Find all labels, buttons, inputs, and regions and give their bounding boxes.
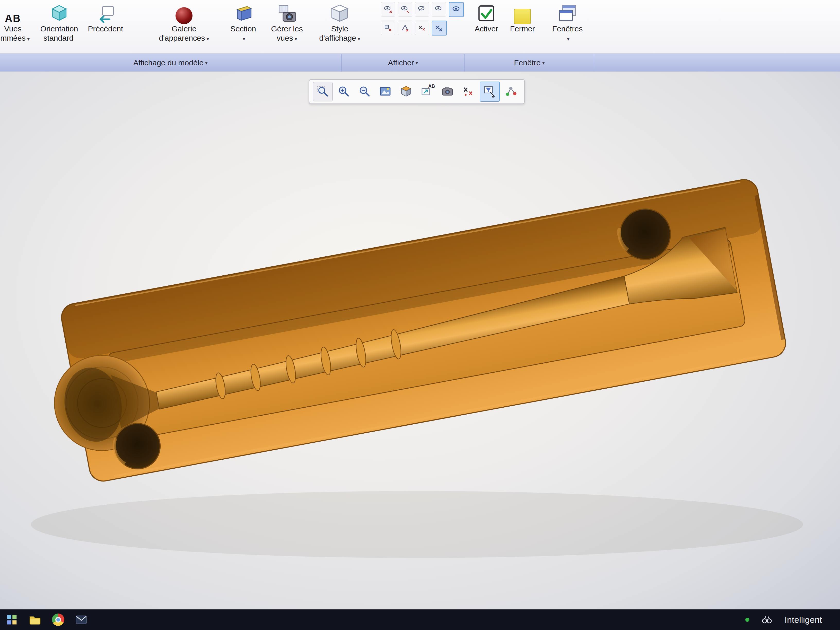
group-bar-filler (594, 54, 840, 72)
group-window[interactable]: Fenêtre ▾ (465, 54, 594, 72)
ribbon-button-label: Section (231, 24, 256, 33)
chevron-down-icon: ▾ (415, 60, 418, 66)
named-views-icon: AB (5, 0, 21, 24)
look-at-button[interactable]: AB (417, 82, 437, 101)
start-grid-icon[interactable] (5, 613, 19, 627)
appearance-sphere-icon (175, 0, 193, 24)
visibility-toggle-icon[interactable] (381, 2, 395, 16)
ribbon-button-label: Vues (4, 24, 21, 33)
group-show[interactable]: Afficher ▾ (341, 54, 465, 72)
constraint-toggle-icon[interactable] (381, 21, 395, 35)
visibility-toggle-icon[interactable] (415, 2, 429, 16)
viewport-3d[interactable]: AB (0, 71, 840, 609)
ribbon-button-label2: standard (44, 34, 74, 42)
ab-icon-text: AB (5, 13, 21, 24)
zoom-window-button[interactable] (313, 82, 333, 101)
ribbon-button-label2: d'affichage (319, 34, 356, 42)
ribbon-button-previous[interactable]: Précédent (85, 0, 126, 44)
cascade-windows-icon (557, 0, 578, 24)
ribbon-button-manage-views[interactable]: Gérer les vues▾ (265, 0, 309, 44)
chevron-down-icon: ▾ (243, 36, 245, 42)
chevron-down-icon: ▾ (207, 36, 209, 42)
ribbon-button-standard-orientation[interactable]: Orientation standard (36, 0, 82, 44)
ribbon-button-display-style[interactable]: Style d'affichage▾ (314, 0, 365, 44)
group-model-display[interactable]: Affichage du modèle ▾ (0, 54, 341, 72)
chevron-down-icon: ▾ (358, 36, 360, 42)
orbit-cube-button[interactable] (396, 82, 416, 101)
zoom-in-button[interactable] (334, 82, 353, 101)
folder-icon[interactable] (28, 613, 42, 627)
camera-button[interactable] (438, 82, 458, 101)
ribbon: AB Vues ommées▾ Orientation standard Pré… (0, 0, 840, 54)
close-window-icon (514, 0, 531, 24)
ribbon-button-label: Fenêtres (552, 24, 583, 33)
previous-arrow-icon (95, 0, 116, 24)
constraint-toggle-icon[interactable] (415, 21, 429, 35)
navigation-toolbar: AB (309, 79, 525, 104)
ribbon-button-windows[interactable]: Fenêtres ▾ (546, 0, 589, 44)
ribbon-button-section[interactable]: Section ▾ (226, 0, 260, 44)
ribbon-button-label: Gérer les (271, 24, 303, 33)
ribbon-button-close[interactable]: Fermer (507, 0, 538, 44)
constraint-toggle-icon[interactable] (398, 21, 412, 35)
ribbon-button-label2: vues (277, 34, 293, 42)
mail-icon[interactable] (74, 613, 88, 627)
pan-button[interactable] (376, 82, 395, 101)
ribbon-button-appearance-gallery[interactable]: Galerie d'apparences▾ (157, 0, 211, 44)
group-label: Fenêtre (514, 58, 540, 67)
chevron-down-icon: ▾ (295, 36, 297, 42)
screen: AB Vues ommées▾ Orientation standard Pré… (0, 0, 840, 630)
taskbar: Intelligent (0, 609, 840, 630)
ribbon-button-label: Galerie (172, 24, 197, 33)
taskbar-tray: Intelligent (745, 613, 840, 627)
visibility-toggle-icon[interactable] (432, 2, 446, 16)
ribbon-button-label2: ommées (0, 34, 26, 42)
ribbon-group-bar: Affichage du modèle ▾ Afficher ▾ Fenêtre… (0, 54, 840, 72)
ribbon-button-label: Activer (475, 24, 498, 33)
taskbar-status-label: Intelligent (785, 615, 822, 625)
ribbon-button-label: Précédent (88, 24, 123, 33)
relationships-button[interactable] (501, 82, 521, 101)
ribbon-button-label: Fermer (510, 24, 535, 33)
orientation-cube-icon (48, 0, 70, 24)
mold-model-3d (0, 71, 840, 609)
display-style-cube-icon (329, 0, 351, 24)
selection-filter-button[interactable] (480, 82, 500, 102)
ribbon-button-label: Style (331, 24, 349, 33)
chevron-down-icon: ▾ (542, 60, 545, 66)
chrome-icon[interactable] (51, 613, 65, 627)
visibility-toggle-icon-selected[interactable] (449, 2, 464, 17)
ribbon-button-label2: d'apparences (159, 34, 205, 42)
camera-grid-icon (276, 0, 298, 24)
chevron-down-icon: ▾ (27, 36, 30, 42)
zoom-out-button[interactable] (355, 82, 374, 101)
measure-xy-button[interactable] (459, 82, 478, 101)
visibility-toggle-group (381, 0, 468, 36)
chevron-down-icon: ▾ (567, 36, 570, 42)
ribbon-button-label: Orientation (40, 24, 78, 33)
ribbon-row: AB Vues ommées▾ Orientation standard Pré… (0, 0, 840, 54)
status-dot-icon (745, 617, 749, 622)
constraint-toggle-icon-selected[interactable] (432, 21, 447, 36)
section-cube-icon (232, 0, 254, 24)
group-label: Afficher (388, 58, 414, 67)
ribbon-button-named-views[interactable]: AB Vues ommées▾ (0, 0, 28, 44)
ribbon-button-activate[interactable]: Activer (471, 0, 502, 44)
activate-check-icon (475, 0, 497, 24)
group-label: Affichage du modèle (133, 58, 204, 67)
visibility-toggle-icon[interactable] (398, 2, 412, 16)
chevron-down-icon: ▾ (205, 60, 208, 66)
ab-small-text: AB (428, 84, 435, 89)
binoculars-icon[interactable] (760, 613, 774, 627)
